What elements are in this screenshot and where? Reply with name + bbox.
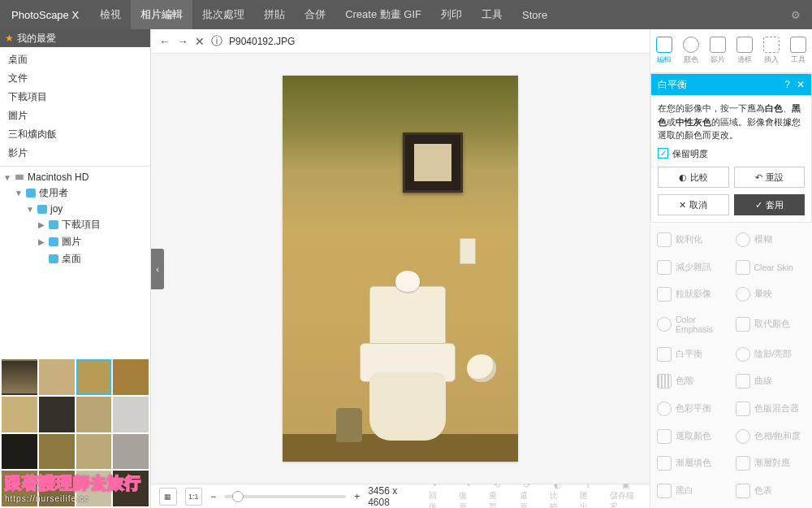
tab-tools[interactable]: 工具: [472, 0, 512, 29]
tab-edit[interactable]: 相片編輯: [131, 0, 192, 29]
rtab-clip[interactable]: 影片: [710, 37, 726, 65]
zoom-1to1-button[interactable]: 1:1: [185, 488, 203, 506]
zoom-in-icon[interactable]: +: [354, 491, 360, 502]
tab-batch[interactable]: 批次處理: [192, 0, 254, 29]
cancel-button[interactable]: ✕取消: [658, 194, 729, 215]
thumbnail[interactable]: [113, 397, 149, 432]
tree-desktop[interactable]: 桌面: [0, 250, 150, 267]
thumbnail[interactable]: [2, 434, 37, 470]
adj-clearskin[interactable]: Clear Skin: [734, 255, 808, 280]
zoom-out-icon[interactable]: −: [210, 491, 216, 502]
tab-gif[interactable]: Create 動畫 GIF: [335, 0, 431, 29]
adj-gradientfill[interactable]: 漸層填色: [655, 452, 729, 476]
thumbnail[interactable]: [113, 359, 149, 395]
tab-merge[interactable]: 合併: [295, 0, 335, 29]
thumbnail[interactable]: [39, 397, 75, 432]
thumbnail[interactable]: [39, 471, 75, 506]
adj-vignette[interactable]: 暈映: [734, 282, 808, 306]
collapse-handle[interactable]: ‹: [151, 249, 164, 289]
adj-coloremph[interactable]: Color Emphasis: [655, 310, 729, 339]
thumbnail-selected[interactable]: [76, 359, 112, 395]
tab-print[interactable]: 列印: [431, 0, 472, 29]
help-icon[interactable]: ?: [784, 79, 790, 90]
adj-levels[interactable]: 色階: [655, 369, 729, 393]
quick-documents[interactable]: 文件: [0, 69, 150, 88]
white-balance-panel: 白平衡 ?✕ 在您的影像中，按一下應為白色、黑色或中性灰色的區域。影像會根據您選…: [650, 73, 812, 223]
tab-view[interactable]: 檢視: [90, 0, 131, 29]
thumbnail[interactable]: [113, 471, 149, 506]
adj-channelmix[interactable]: 色版混合器: [734, 397, 808, 421]
quick-desktop[interactable]: 桌面: [0, 50, 150, 69]
adj-grain[interactable]: 粒狀影像: [655, 282, 729, 306]
adj-gradientmap[interactable]: 漸層對應: [734, 452, 808, 476]
reset-button[interactable]: ↶重設: [734, 167, 806, 188]
folder-icon: [26, 189, 36, 198]
tree-user[interactable]: ▼joy: [0, 202, 150, 216]
adj-curves[interactable]: 曲線: [734, 369, 808, 393]
tree-users[interactable]: ▼使用者: [0, 185, 150, 202]
adj-replacecolor[interactable]: 取代顏色: [734, 310, 808, 339]
revert-button[interactable]: ⟳還原: [520, 480, 535, 509]
folder-icon: [49, 237, 58, 246]
rtab-insert[interactable]: 插入: [763, 37, 780, 65]
tab-store[interactable]: Store: [512, 0, 557, 29]
tree-downloads[interactable]: ▶下載項目: [0, 216, 150, 233]
adj-bw[interactable]: 黑白: [655, 479, 729, 503]
compare-button[interactable]: ◐比較: [550, 480, 565, 509]
save-button[interactable]: ▣儲存檔案: [610, 480, 641, 509]
undo-icon: ↶: [755, 171, 762, 185]
rtab-frame[interactable]: 邊框: [736, 37, 753, 65]
canvas[interactable]: ‹: [151, 54, 650, 484]
adj-sharpen[interactable]: 銳利化: [655, 228, 729, 252]
thumbnail[interactable]: [2, 359, 37, 395]
thumbnail[interactable]: [76, 397, 112, 432]
favorites-bar[interactable]: ★ 我的最愛: [0, 29, 150, 47]
zoom-slider[interactable]: [224, 495, 346, 498]
quick-videos[interactable]: 影片: [0, 144, 150, 163]
rtab-color[interactable]: 顏色: [683, 37, 699, 65]
panel-close-icon[interactable]: ✕: [797, 79, 805, 90]
adj-lut[interactable]: 色表: [734, 479, 808, 503]
folder-icon: [49, 220, 58, 229]
info-icon[interactable]: ⓘ: [211, 34, 222, 49]
thumbnail[interactable]: [113, 434, 149, 470]
gear-icon[interactable]: ⚙: [791, 9, 801, 21]
quick-custom[interactable]: 三和爌肉飯: [0, 125, 150, 144]
quick-pictures[interactable]: 圖片: [0, 106, 150, 125]
preserve-luminosity-checkbox[interactable]: ✓保留明度: [658, 147, 805, 161]
tree-root[interactable]: ▼Macintosh HD: [0, 170, 150, 185]
editor-area: ← → ✕ ⓘ P9040192.JPG ‹ ▦ 1: [151, 29, 650, 508]
reset-button[interactable]: ⟲重置: [489, 480, 504, 509]
rtab-edit[interactable]: 編輯: [656, 37, 672, 65]
redo-button[interactable]: ↷復原: [459, 480, 474, 509]
light-switch: [460, 238, 476, 264]
adj-whitebalance[interactable]: 白平衡: [655, 342, 729, 367]
nav-forward-icon[interactable]: →: [177, 35, 188, 48]
adj-blur[interactable]: 模糊: [734, 228, 808, 252]
thumbnail[interactable]: [2, 397, 37, 432]
fit-button[interactable]: ▦: [159, 488, 177, 506]
thumbnail[interactable]: [39, 359, 75, 395]
folder-icon: [49, 254, 58, 263]
rtab-tool[interactable]: 工具: [790, 37, 806, 65]
check-icon: ✓: [755, 198, 762, 212]
thumbnail[interactable]: [2, 471, 37, 506]
tab-collage[interactable]: 拼貼: [254, 0, 295, 29]
thumbnail[interactable]: [76, 471, 112, 506]
adj-hsl[interactable]: 色相/飽和度: [734, 424, 808, 449]
nav-back-icon[interactable]: ←: [159, 35, 171, 48]
compare-button[interactable]: ◐比較: [658, 167, 729, 188]
quick-downloads[interactable]: 下載項目: [0, 88, 150, 106]
thumbnail[interactable]: [76, 434, 112, 470]
compare-icon: ◐: [679, 171, 687, 185]
thumbnail[interactable]: [39, 434, 75, 470]
adj-colorbalance[interactable]: 色彩平衡: [655, 397, 729, 421]
apply-button[interactable]: ✓套用: [734, 194, 806, 215]
adj-shadow-highlight[interactable]: 陰影/亮部: [734, 342, 808, 367]
export-button[interactable]: ⇪匯出: [580, 480, 595, 509]
undo-button[interactable]: ↶回復: [429, 480, 444, 509]
tree-pictures[interactable]: ▶圖片: [0, 233, 150, 250]
adj-selectcolor[interactable]: 選取顏色: [655, 424, 729, 449]
close-icon[interactable]: ✕: [195, 35, 205, 48]
adj-denoise[interactable]: 減少雜訊: [655, 255, 729, 280]
